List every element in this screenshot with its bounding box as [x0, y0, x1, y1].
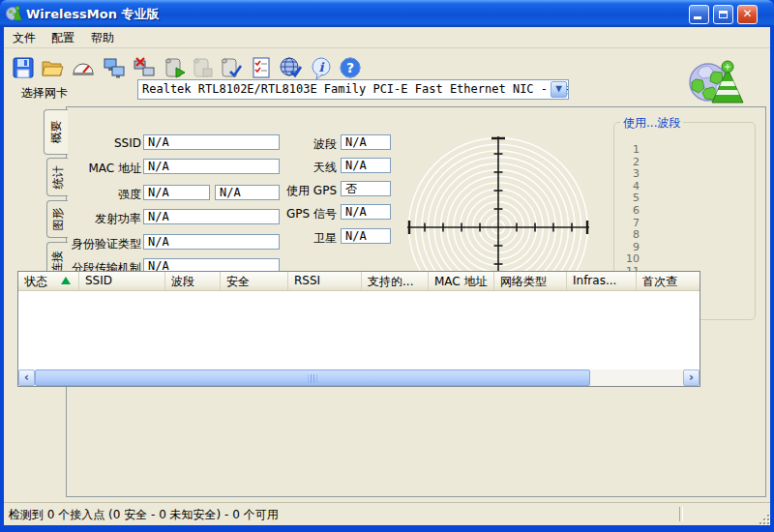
maximize-button[interactable]	[713, 5, 733, 24]
ssid-field: N/A	[143, 134, 280, 150]
verify-log-icon[interactable]	[218, 54, 245, 81]
minimize-button[interactable]	[689, 5, 709, 24]
mac-address-field: N/A	[143, 159, 280, 174]
scroll-right-button[interactable]: ›	[683, 369, 700, 386]
ssid-label: SSID	[68, 136, 141, 150]
tx-power-label: 发射功率	[68, 211, 141, 227]
column-header-status[interactable]: 状态	[18, 272, 79, 290]
mac-address-label: MAC 地址	[68, 161, 141, 177]
help-icon[interactable]: ?	[337, 54, 364, 81]
checklist-icon[interactable]	[248, 54, 275, 81]
gps-signal-field: N/A	[341, 204, 391, 220]
minimize-icon	[694, 16, 701, 19]
column-header-first-seen[interactable]: 首次查	[637, 272, 700, 290]
column-header-supported[interactable]: 支持的...	[362, 272, 429, 290]
column-header-infrastructure[interactable]: Infras...	[567, 272, 637, 290]
table-header-row: 状态 SSID 波段 安全 RSSI 支持的... MAC 地址 网络类型 In…	[18, 272, 700, 291]
menu-file[interactable]: 文件	[6, 29, 43, 46]
channel-label: 波段	[263, 136, 337, 153]
save-icon[interactable]	[10, 54, 37, 81]
channel-item: 6	[618, 205, 640, 218]
column-header-ssid[interactable]: SSID	[79, 272, 165, 290]
statusbar-separator	[679, 507, 683, 521]
access-point-table[interactable]: 状态 SSID 波段 安全 RSSI 支持的... MAC 地址 网络类型 In…	[17, 271, 700, 387]
web-update-icon[interactable]	[277, 54, 304, 81]
stop-log-icon[interactable]	[190, 54, 217, 81]
title-bar[interactable]: WirelessMon 专业版 ✕	[0, 0, 774, 27]
scroll-left-button[interactable]: ‹	[18, 369, 35, 386]
status-bar: 检测到 0 个接入点 (0 安全 - 0 未知安全) - 0 个可用	[4, 502, 770, 525]
menu-config[interactable]: 配置	[45, 29, 81, 46]
client-area: 文件 配置 帮助 i ? 选择网卡 Realtek RTL8102E/RTL81…	[4, 27, 770, 525]
nic-selector-combobox[interactable]: Realtek RTL8102E/RTL8103E Family PCI-E F…	[137, 79, 569, 100]
strength-field-1: N/A	[143, 185, 210, 200]
open-folder-icon[interactable]	[39, 54, 66, 81]
channel-item: 3	[618, 168, 640, 181]
column-header-network-type[interactable]: 网络类型	[494, 272, 567, 290]
menubar-separator	[4, 47, 770, 48]
channel-field: N/A	[341, 134, 391, 150]
tab-statistics[interactable]: 统计	[46, 158, 68, 196]
close-icon: ✕	[742, 7, 752, 20]
antenna-field: N/A	[341, 158, 391, 173]
scrollbar-grip-icon	[309, 374, 317, 383]
antenna-label: 天线	[263, 160, 337, 176]
nic-selector-value: Realtek RTL8102E/RTL8103E Family PCI-E F…	[142, 82, 569, 96]
scrollbar-thumb[interactable]	[35, 369, 590, 386]
table-body-empty	[18, 291, 700, 371]
satellites-label: 卫星	[263, 230, 337, 247]
start-log-icon[interactable]	[162, 54, 189, 81]
svg-text:?: ?	[346, 60, 354, 75]
use-gps-label: 使用 GPS	[263, 183, 337, 199]
chevron-left-icon: ‹	[24, 370, 29, 384]
auth-type-field: N/A	[143, 234, 280, 250]
column-header-security[interactable]: 安全	[221, 272, 288, 290]
channels-groupbox-title: 使用...波段	[620, 115, 683, 132]
use-gps-field: 否	[341, 181, 391, 196]
chevron-down-icon: ▼	[555, 82, 562, 95]
connect-icon[interactable]	[101, 54, 128, 81]
chevron-right-icon: ›	[689, 370, 694, 384]
gps-signal-label: GPS 信号	[263, 206, 337, 222]
horizontal-scrollbar[interactable]: ‹ ›	[18, 369, 700, 386]
app-window-icon	[6, 5, 23, 22]
close-button[interactable]: ✕	[737, 5, 758, 24]
sort-ascending-icon	[61, 277, 71, 284]
combobox-dropdown-button[interactable]: ▼	[551, 81, 567, 98]
app-logo	[687, 58, 747, 106]
resize-grip[interactable]	[757, 512, 769, 524]
channel-item: 1	[618, 144, 640, 157]
gauge-icon[interactable]	[70, 54, 97, 81]
tab-graphs[interactable]: 图形	[46, 200, 68, 238]
maximize-icon	[719, 11, 728, 18]
satellites-field: N/A	[341, 228, 391, 244]
nic-selector-label: 选择网卡	[21, 85, 68, 102]
menu-help[interactable]: 帮助	[84, 29, 121, 46]
tab-summary[interactable]: 概要	[44, 109, 68, 155]
window-title: WirelessMon 专业版	[26, 6, 159, 23]
column-header-rssi[interactable]: RSSI	[288, 272, 362, 290]
info-icon[interactable]: i	[308, 54, 335, 81]
column-header-mac[interactable]: MAC 地址	[429, 272, 494, 290]
tx-power-field: N/A	[143, 209, 280, 224]
strength-label: 强度	[68, 187, 141, 203]
disconnect-icon[interactable]	[131, 54, 158, 81]
channel-item: 8	[618, 229, 640, 242]
column-header-channel[interactable]: 波段	[165, 272, 221, 290]
auth-type-label: 身份验证类型	[68, 236, 141, 252]
status-text: 检测到 0 个接入点 (0 安全 - 0 未知安全) - 0 个可用	[9, 507, 279, 523]
